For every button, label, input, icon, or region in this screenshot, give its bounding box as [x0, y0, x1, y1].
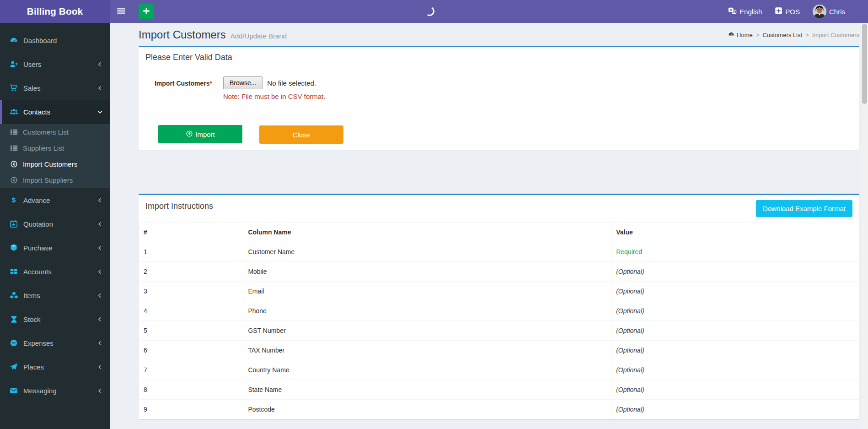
user-menu[interactable]: Chris [806, 0, 852, 23]
sidebar-menu: Dashboard Users Sales Cont [0, 28, 110, 402]
form-panel-header: Please Enter Valid Data [139, 47, 859, 68]
sidebar-item-purchase[interactable]: Purchase [0, 236, 110, 260]
sidebar-item-sales[interactable]: Sales [0, 76, 110, 100]
chevron-left-icon [97, 316, 103, 322]
sidebar-item-quotation[interactable]: Quotation [0, 212, 110, 236]
sidebar-item-expenses[interactable]: Expenses [0, 331, 110, 355]
sidebar-item-customers-list[interactable]: Customers List [0, 124, 110, 140]
sidebar-item-label: Accounts [23, 268, 52, 276]
breadcrumb-home-link[interactable]: Home [728, 31, 753, 39]
sidebar-item-label: Import Suppliers [23, 176, 73, 184]
breadcrumb-separator: > [805, 32, 809, 38]
sidebar-item-items[interactable]: Items [0, 283, 110, 308]
scrollbar-thumb[interactable] [862, 24, 867, 104]
chevron-left-icon [97, 293, 103, 299]
sidebar-item-label: Customers List [23, 128, 69, 136]
sidebar-item-label: Stock [23, 315, 41, 323]
sidebar-item-places[interactable]: Places [0, 355, 110, 379]
instructions-table: # Column Name Value 1 Customer Name Requ… [139, 222, 859, 419]
download-example-format-button[interactable]: Download Example Format [756, 200, 852, 217]
language-icon: A [728, 6, 737, 16]
cube-icon [9, 244, 18, 252]
chevron-down-icon [97, 109, 103, 115]
navbar: A English POS [110, 0, 868, 23]
arrow-circle-left-icon [10, 176, 18, 184]
chevron-left-icon [97, 364, 103, 370]
list-icon [10, 144, 18, 152]
close-button[interactable]: Close [259, 125, 343, 144]
sidebar-toggle-button[interactable] [110, 0, 133, 23]
instructions-panel-header: Import Instructions Download Example For… [139, 195, 859, 222]
sidebar-item-label: Messaging [23, 387, 57, 395]
import-button[interactable]: Import [158, 125, 242, 143]
sidebar-item-label: Users [23, 60, 41, 68]
sidebar-item-users[interactable]: Users [0, 52, 110, 76]
pos-label: POS [785, 8, 800, 16]
sidebar-item-label: Advance [23, 196, 50, 204]
form-panel-body: Import Customers* Browse... No file sele… [139, 68, 859, 119]
language-selector[interactable]: A English [722, 0, 768, 23]
scrollbar[interactable] [861, 23, 868, 429]
value-required: Required [611, 242, 859, 262]
table-row: 3 Email (Optional) [139, 282, 859, 301]
sidebar-item-label: Expenses [23, 339, 54, 347]
page-title: Import Customers Add/Update Brand [139, 28, 287, 41]
chevron-left-icon [97, 221, 103, 227]
column-header-name: Column Name [243, 223, 611, 242]
cubes-icon [9, 291, 18, 300]
table-row: 1 Customer Name Required [139, 242, 859, 262]
table-row: 4 Phone (Optional) [139, 301, 859, 321]
user-plus-icon [9, 60, 18, 68]
table-header-row: # Column Name Value [139, 223, 859, 242]
quick-add-button[interactable] [139, 4, 154, 19]
language-label: English [739, 8, 762, 16]
sidebar-item-label: Contacts [23, 108, 50, 116]
sidebar: Dashboard Users Sales Cont [0, 23, 110, 429]
chevron-left-icon [97, 245, 103, 251]
pos-button[interactable]: POS [768, 0, 806, 23]
sidebar-item-messaging[interactable]: Messaging [0, 379, 110, 402]
sidebar-item-import-customers[interactable]: Import Customers [0, 156, 110, 172]
sidebar-item-label: Suppliers List [23, 144, 64, 152]
breadcrumb-separator: > [756, 32, 760, 38]
breadcrumb-customers-list-link[interactable]: Customers List [762, 32, 802, 38]
navbar-right: A English POS [722, 0, 868, 23]
list-icon [10, 128, 18, 136]
sidebar-item-label: Import Customers [23, 160, 77, 168]
hourglass-icon [9, 315, 18, 323]
users-group-icon [9, 108, 18, 116]
sidebar-item-label: Items [23, 292, 40, 299]
required-asterisk: * [210, 80, 212, 87]
arrow-circle-left-icon [10, 160, 18, 168]
sidebar-item-import-suppliers[interactable]: Import Suppliers [0, 172, 110, 188]
file-input-group: Browse... No file selected. Note: File m… [223, 76, 325, 100]
content-area: Import Customers Add/Update Brand Home >… [110, 23, 868, 429]
instructions-title: Import Instructions [145, 201, 213, 211]
sidebar-item-label: Dashboard [23, 37, 57, 44]
sidebar-item-contacts[interactable]: Contacts [0, 100, 110, 124]
file-status-text: No file selected. [267, 79, 316, 87]
sidebar-item-advance[interactable]: $ Advance [0, 188, 110, 212]
avatar [813, 5, 826, 18]
grid-icon [9, 267, 18, 276]
sidebar-item-suppliers-list[interactable]: Suppliers List [0, 140, 110, 156]
cart-icon [9, 84, 18, 92]
breadcrumb-current: Import Customers [812, 32, 859, 38]
main-layout: Dashboard Users Sales Cont [0, 23, 868, 429]
arrow-circle-left-icon [186, 130, 193, 139]
plus-icon [142, 6, 151, 17]
sidebar-item-stock[interactable]: Stock [0, 308, 110, 331]
chevron-left-icon [97, 197, 103, 203]
envelope-icon [9, 386, 18, 395]
sidebar-item-accounts[interactable]: Accounts [0, 260, 110, 283]
content-header: Import Customers Add/Update Brand Home >… [139, 23, 859, 46]
table-row: 2 Mobile (Optional) [139, 262, 859, 282]
app-logo[interactable]: Billing Book [0, 0, 110, 23]
app-title: Billing Book [27, 6, 83, 17]
sidebar-item-label: Purchase [23, 244, 52, 252]
page-subtitle: Add/Update Brand [230, 32, 287, 40]
browse-file-button[interactable]: Browse... [223, 76, 263, 89]
sidebar-item-dashboard[interactable]: Dashboard [0, 28, 110, 52]
table-row: 9 Postcode (Optional) [139, 400, 859, 419]
calendar-plus-icon [9, 220, 18, 228]
